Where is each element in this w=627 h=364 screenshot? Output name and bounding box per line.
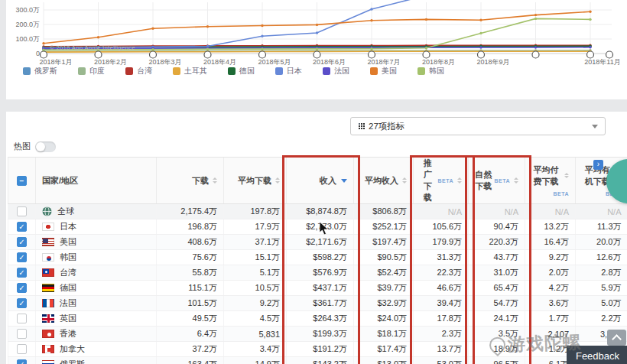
country-cell[interactable]: 加拿大	[42, 343, 150, 355]
table-row: ✓法国101.5万9.2万$361.7万$32.9万39.4万54.7万3.6万…	[8, 296, 627, 311]
legend-swatch-icon	[228, 67, 236, 75]
svg-text:2018年1月: 2018年1月	[39, 58, 72, 66]
sort-icon	[514, 177, 518, 184]
country-name: 美国	[60, 236, 76, 248]
table-row: ✓德国115.1万10.5万$437.1万$39.7万46.6万65.4万4.2…	[8, 281, 627, 296]
value-cell: 5.0万	[576, 296, 627, 311]
country-cell[interactable]: 美国	[42, 236, 150, 248]
row-checkbox[interactable]	[17, 206, 27, 216]
value-cell: 31.3万	[414, 250, 469, 265]
column-header-5[interactable]: 推广下载BETA	[414, 158, 469, 204]
column-header-1[interactable]: 下载	[157, 158, 224, 204]
column-header-2[interactable]: 平均下载	[224, 158, 287, 204]
legend-item-7[interactable]: 美国	[370, 66, 397, 76]
row-checkbox[interactable]	[17, 314, 27, 323]
value-cell: 4.5万	[224, 311, 287, 327]
value-cell: 17.8万	[414, 311, 469, 327]
legend-swatch-icon	[173, 67, 180, 75]
feedback-button[interactable]: Feedback	[567, 346, 627, 364]
legend-item-4[interactable]: 德国	[228, 66, 255, 76]
value-cell: 54.7万	[469, 296, 525, 311]
metrics-dropdown[interactable]: 27项指标	[350, 117, 606, 135]
country-cell[interactable]: 韩国	[42, 252, 150, 263]
svg-text:2018年6月: 2018年6月	[313, 58, 346, 66]
row-checkbox[interactable]: ✓	[17, 359, 27, 364]
sort-icon	[213, 177, 217, 184]
table-row: 全球2,175.4万197.8万$8,874.8万$806.8万N/AN/AN/…	[8, 204, 627, 219]
value-cell: 105.6万	[414, 219, 469, 235]
chart-watermark: © 2018 App Annie Intelligence	[50, 44, 135, 51]
row-checkbox[interactable]: ✓	[17, 237, 27, 247]
value-cell: 2.0万	[525, 265, 576, 281]
value-cell: N/A	[414, 204, 469, 219]
value-cell: 49.5万	[157, 311, 224, 327]
row-checkbox[interactable]: ✓	[17, 268, 27, 278]
sort-icon	[402, 177, 407, 184]
heatmap-toggle[interactable]	[35, 141, 56, 152]
column-header-7[interactable]: 平均付费下载BETA	[525, 158, 576, 204]
value-cell: 96.5万	[469, 357, 525, 364]
legend-item-2[interactable]: 台湾	[125, 66, 152, 76]
legend-label: 俄罗斯	[34, 66, 57, 76]
country-cell[interactable]: 俄罗斯	[42, 359, 150, 364]
row-checkbox[interactable]: ✓	[17, 298, 27, 308]
country-cell[interactable]: 台湾	[42, 267, 150, 278]
column-header-3[interactable]: 收入	[287, 158, 354, 204]
legend-item-6[interactable]: 法国	[323, 66, 349, 76]
column-header-label: 推广下载	[420, 158, 435, 203]
value-cell: 20.0万	[576, 235, 627, 250]
value-cell: 408.6万	[157, 235, 224, 250]
value-cell: 2.3万	[414, 327, 469, 342]
table-row: ✓台湾55.8万5.1万$576.9万$52.4万22.3万31.0万2.0万2…	[8, 265, 627, 281]
table-row: ✓俄罗斯163.4万14.9万$143.2万$13.0万53.0万96.5万6.…	[8, 357, 627, 364]
legend-item-3[interactable]: 土耳其	[173, 66, 207, 76]
column-header-6[interactable]: 自然下载BETA	[469, 158, 525, 204]
legend-item-5[interactable]: 日本	[275, 66, 302, 76]
scroll-columns-right-icon[interactable]: ›	[593, 160, 603, 170]
value-cell: 65.4万	[469, 281, 525, 296]
value-cell: 4.2万	[525, 281, 576, 296]
flag-icon	[42, 299, 54, 307]
value-cell: 9.2万	[224, 296, 287, 311]
country-cell[interactable]: 全球	[42, 206, 150, 217]
country-cell[interactable]: 日本	[42, 221, 150, 232]
country-cell[interactable]: 香港	[42, 328, 150, 340]
column-header-4[interactable]: 平均收入	[354, 158, 414, 204]
row-checkbox[interactable]: ✓	[17, 252, 27, 262]
legend-item-1[interactable]: 印度	[78, 66, 105, 76]
country-cell[interactable]: 法国	[42, 297, 150, 309]
svg-text:2018年3月: 2018年3月	[148, 58, 181, 66]
table-row: 英国49.5万4.5万$264.3万$24.0万17.8万24.1万1.7万2.…	[8, 311, 627, 327]
value-cell: 15.1万	[224, 250, 287, 265]
value-cell: $197.4万	[354, 235, 414, 250]
value-cell: 196.8万	[157, 219, 224, 235]
legend-item-0[interactable]: 俄罗斯	[23, 66, 57, 76]
row-checkbox[interactable]	[17, 329, 27, 339]
row-checkbox[interactable]: ✓	[17, 283, 27, 293]
chart-panel: 0100.0万200.0万300.0万2018年1月2018年2月2018年3月…	[6, 0, 627, 99]
column-header-0[interactable]: 国家/地区	[36, 158, 157, 204]
globe-icon	[42, 206, 52, 216]
value-cell: $806.8万	[354, 204, 414, 219]
legend-label: 韩国	[429, 66, 444, 76]
country-cell[interactable]: 英国	[42, 313, 150, 324]
row-checkbox[interactable]	[17, 344, 27, 354]
value-cell: 3.4万	[224, 342, 287, 357]
country-name: 德国	[60, 282, 76, 294]
legend-label: 日本	[287, 66, 302, 76]
column-header-label: 国家/地区	[42, 175, 78, 187]
value-cell: 75.6万	[157, 250, 224, 265]
collapse-up-button[interactable]	[607, 330, 626, 346]
select-all-checkbox[interactable]: −	[17, 176, 27, 186]
value-cell: 5.9万	[576, 281, 627, 296]
column-header-label: 收入	[320, 175, 336, 187]
row-checkbox[interactable]: ✓	[17, 222, 27, 232]
country-cell[interactable]: 德国	[42, 282, 150, 294]
legend-item-8[interactable]: 韩国	[417, 66, 444, 76]
legend-swatch-icon	[78, 67, 86, 75]
value-cell: 18.9万	[469, 342, 525, 357]
value-cell: $18.1万	[354, 327, 414, 342]
value-cell: $39.7万	[354, 281, 414, 296]
value-cell: 9.2万	[525, 250, 576, 265]
value-cell: 43.7万	[469, 250, 525, 265]
